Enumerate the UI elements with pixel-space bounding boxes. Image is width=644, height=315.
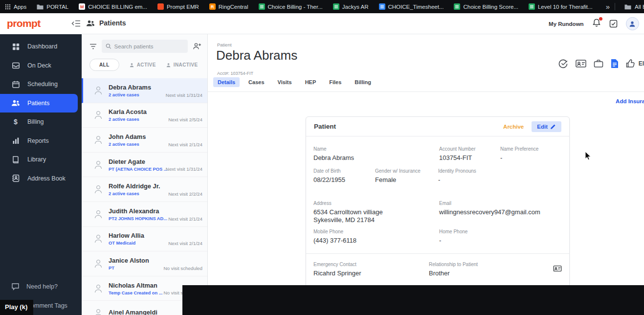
sidebar-item-billing[interactable]: $ Billing (0, 112, 82, 132)
patient-id-card-button[interactable] (576, 59, 586, 68)
app-header: prompt Patients My Rundown H (0, 13, 644, 34)
bookmark-label: Level 10 for Therafit... (538, 4, 593, 10)
prompt-logo: prompt (7, 18, 41, 29)
emergency-contact-card-button[interactable] (553, 265, 562, 274)
bookmark-choice-timesheet[interactable]: CHOICE_Timesheet... (379, 3, 444, 10)
bookmark-choice-billing-ther[interactable]: Choice Billing - Ther... (259, 3, 323, 10)
patient-list-panel: ALL ACTIVE INACTIVE Debra Abrams 2 activ… (82, 34, 208, 315)
tab-details[interactable]: Details (213, 77, 240, 87)
edit-button[interactable]: Edit (532, 121, 561, 132)
bookmark-portal[interactable]: PORTAL (37, 4, 68, 10)
patient-avatar-icon (94, 260, 102, 268)
user-avatar[interactable] (626, 17, 639, 30)
patient-next-visit: Next visit 2/2/24 (168, 191, 202, 202)
folder-icon (37, 4, 44, 10)
field-value-email: willingnessrecovery947@gmail.com (439, 208, 558, 216)
divider (615, 3, 615, 10)
tab-cases[interactable]: Cases (244, 77, 268, 87)
verify-check-button[interactable] (558, 59, 568, 68)
dollar-icon: $ (11, 118, 20, 126)
patient-case-label: 2 active cases (109, 117, 147, 122)
field-value-address-line1: 6534 Carrolltown villiage (313, 208, 435, 216)
video-player-bar (182, 285, 644, 315)
sidebar-item-address-book[interactable]: Address Book (0, 169, 82, 188)
field-label: Account Number (439, 146, 496, 152)
bookmark-ringcentral[interactable]: R RingCentral (209, 3, 248, 10)
tab-billing[interactable]: Billing (350, 77, 376, 87)
patient-name: Harlow Allia (109, 232, 144, 239)
filter-tab-inactive[interactable]: INACTIVE (166, 62, 198, 68)
eligibility-button[interactable]: Eligibility (626, 59, 644, 68)
notifications-button[interactable] (592, 18, 601, 29)
field-value-dob: 08/22/1955 (313, 176, 371, 184)
field-value-mobile-phone: (443) 377-6118 (313, 237, 435, 245)
documents-button[interactable] (611, 59, 619, 68)
add-insurance-link[interactable]: Add Insurance (616, 98, 644, 104)
need-help-button[interactable]: Need help? (0, 283, 82, 291)
header-actions: My Rundown H (549, 13, 644, 34)
case-briefcase-button[interactable] (594, 59, 603, 68)
briefcase-icon (594, 59, 603, 68)
eligibility-label: Eligibility (639, 60, 644, 67)
bookmark-label: RingCentral (219, 4, 248, 10)
sidebar-item-reports[interactable]: Reports (0, 132, 82, 151)
list-item-patient[interactable]: Janice Alston PT No visit scheduled (82, 251, 207, 276)
sidebar-item-dashboard[interactable]: Dashboard (0, 37, 82, 56)
list-item-patient[interactable]: John Adams 2 active cases Next visit 2/1… (82, 128, 207, 153)
patient-name: Karla Acosta (109, 108, 147, 115)
list-item-patient[interactable]: Judith Alexandra PT2 JOHNS HOPKINS AD...… (82, 202, 207, 227)
apps-button[interactable]: Apps (5, 4, 26, 10)
bookmark-prompt-emr[interactable]: Prompt EMR (157, 3, 199, 10)
page-title: Patients (86, 19, 126, 27)
list-item-patient[interactable]: Karla Acosta 2 active cases Next visit 2… (82, 103, 207, 128)
patient-avatar-icon (94, 111, 102, 119)
sheets-icon (529, 3, 535, 10)
sidebar-item-label: Library (27, 156, 46, 163)
tab-visits[interactable]: Visits (273, 77, 296, 87)
bookmarks-overflow-chevron-icon[interactable]: » (606, 2, 610, 11)
filter-tab-active[interactable]: ACTIVE (129, 62, 156, 68)
filter-button[interactable] (89, 44, 97, 49)
patient-title: Debra Abrams (216, 48, 297, 63)
search-input[interactable] (114, 44, 184, 49)
search-box[interactable] (102, 40, 188, 53)
patient-next-visit: Next visit 2/5/24 (168, 117, 202, 127)
tab-files[interactable]: Files (325, 77, 346, 87)
bookmark-level-10[interactable]: Level 10 for Therafit... (529, 3, 593, 10)
sidebar-item-patients[interactable]: Patients (0, 94, 78, 113)
archive-button[interactable]: Archive (503, 124, 524, 130)
bookmark-jackys-ar[interactable]: Jackys AR (333, 3, 369, 10)
bookmark-choice-billing-score[interactable]: Choice Billing Score... (454, 3, 518, 10)
all-bookmarks-button[interactable]: All Bo (610, 3, 644, 10)
sheets-icon (454, 3, 460, 10)
sidebar-item-library[interactable]: Library (0, 150, 82, 169)
tab-hep[interactable]: HEP (301, 77, 321, 87)
list-item-patient[interactable]: Rolfe Aldridge Jr. 2 active cases Next v… (82, 177, 207, 202)
apps-grid-icon (5, 4, 11, 10)
bookmark-choice-billing-email[interactable]: M CHOICE BILLING em... (79, 3, 147, 10)
sidebar-collapse-button[interactable] (71, 20, 81, 29)
sidebar-item-scheduling[interactable]: Scheduling (0, 75, 82, 94)
add-patient-button[interactable] (193, 43, 201, 50)
bookmark-label: PORTAL (46, 4, 68, 10)
tasks-button[interactable] (609, 20, 618, 28)
my-rundown-link[interactable]: My Rundown (549, 21, 584, 27)
patient-next-visit: Next visit 2/1/24 (168, 216, 202, 226)
patient-name: Dieter Agate (109, 158, 166, 165)
field-value-emergency-contact: Ricahrd Springer (313, 270, 425, 277)
bookmarks-bar: Apps PORTAL M CHOICE BILLING em... Promp… (0, 0, 644, 13)
patient-name: Nicholas Altman (109, 282, 162, 289)
sidebar-item-on-deck[interactable]: On Deck (0, 56, 82, 75)
list-item-patient[interactable]: Dieter Agate PT (AETNA CHOICE POS ... Ne… (82, 153, 207, 178)
field-label: Date of Birth (313, 168, 371, 174)
person-icon (129, 63, 134, 68)
filter-tab-all[interactable]: ALL (89, 59, 119, 71)
field-label: Relationship to Patient (429, 262, 549, 267)
need-help-label: Need help? (26, 283, 58, 290)
list-item-patient[interactable]: Debra Abrams 2 active cases Next visit 1… (82, 78, 207, 103)
patient-avatar-icon (94, 87, 102, 94)
field-value-account: 103754-FIT (439, 154, 496, 162)
field-value-pronouns: - (438, 176, 558, 184)
pencil-icon (551, 124, 556, 129)
list-item-patient[interactable]: Harlow Allia OT Medicaid Next visit 2/1/… (82, 227, 207, 252)
